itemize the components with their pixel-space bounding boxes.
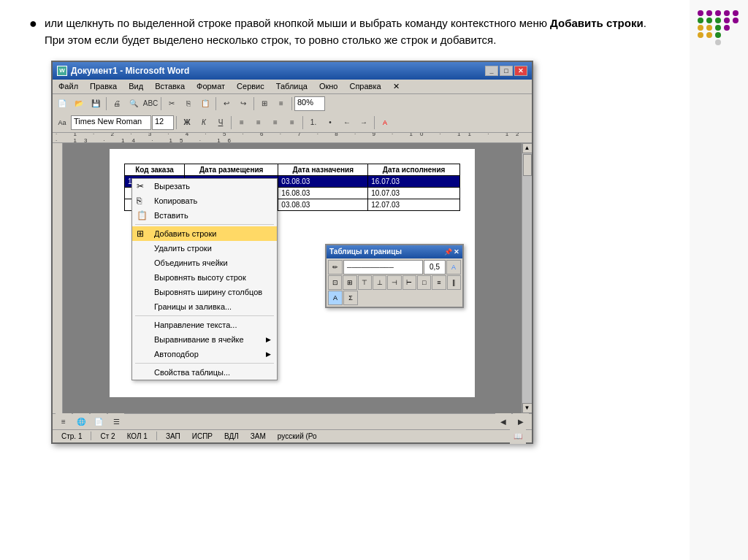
numbering-button[interactable]: 1. <box>305 115 321 131</box>
outside-border-btn[interactable]: ⊡ <box>328 275 342 290</box>
sum-btn[interactable]: Σ <box>343 291 358 305</box>
font-size-box[interactable]: 12 <box>152 115 174 130</box>
minimize-button[interactable]: _ <box>485 66 498 76</box>
ctx-autofit[interactable]: Автоподбор ▶ <box>132 347 277 361</box>
table-button[interactable]: ⊞ <box>256 96 272 112</box>
redo-button[interactable]: ↪ <box>235 96 251 112</box>
ctx-cell-alignment[interactable]: Выравнивание в ячейке ▶ <box>132 332 277 347</box>
menu-file[interactable]: Файл <box>56 81 81 91</box>
status-spell-btn[interactable]: 📖 <box>510 428 526 444</box>
view-print-btn[interactable]: 📄 <box>91 413 107 429</box>
view-web-btn[interactable]: 🌐 <box>73 413 89 429</box>
left-border-btn[interactable]: ⊣ <box>387 275 401 290</box>
view-normal-btn[interactable]: ≡ <box>56 413 72 429</box>
copy-button[interactable]: ⎘ <box>180 96 196 112</box>
ctx-equalize-width-label: Выровнять ширину столбцов <box>154 288 262 296</box>
menu-view[interactable]: Вид <box>126 81 146 91</box>
shading-btn[interactable]: A <box>328 291 343 305</box>
ctx-equalize-height[interactable]: Выровнять высоту строк <box>132 270 277 285</box>
col-header-3: Дата назначения <box>278 164 368 175</box>
ctx-text-direction[interactable]: Направление текста... <box>132 318 277 332</box>
h-scroll-right[interactable]: ▶ <box>513 413 529 429</box>
left-ruler <box>53 143 63 413</box>
open-button[interactable]: 📂 <box>71 96 87 112</box>
ctx-table-props[interactable]: Свойства таблицы... <box>132 365 277 380</box>
ctx-add-rows[interactable]: ⊞ Добавить строки <box>132 226 277 241</box>
ctx-delete-rows-label: Удалить строки <box>154 244 212 253</box>
ctx-add-rows-label: Добавить строки <box>154 229 216 238</box>
bold-button[interactable]: Ж <box>179 115 195 131</box>
menu-window[interactable]: Окно <box>316 81 341 91</box>
float-toolbar-pin[interactable]: 📌 <box>444 248 452 256</box>
indent-inc-button[interactable]: → <box>356 115 372 131</box>
zoom-box[interactable]: 80% <box>294 96 325 111</box>
align-justify-button[interactable]: ≡ <box>284 115 300 131</box>
align-center-button[interactable]: ≡ <box>251 115 267 131</box>
scroll-thumb[interactable] <box>523 154 532 176</box>
view-outline-btn[interactable]: ☰ <box>108 413 124 429</box>
align-left-button[interactable]: ≡ <box>234 115 250 131</box>
scroll-down-button[interactable]: ▼ <box>522 403 533 413</box>
menu-edit[interactable]: Правка <box>87 81 120 91</box>
ctx-equalize-height-label: Выровнять высоту строк <box>154 273 246 282</box>
dot-4 <box>724 10 730 16</box>
bullet-section: ● или щелкнуть по выделенной строке прав… <box>29 15 668 49</box>
menu-help[interactable]: Справка <box>346 81 383 91</box>
spell-button[interactable]: ABC <box>142 96 159 112</box>
ctx-copy[interactable]: ⎘ Копировать <box>132 193 277 208</box>
style-btn[interactable]: Аа <box>54 115 70 131</box>
paste-icon: 📋 <box>137 210 148 220</box>
border-color-btn[interactable]: A <box>446 260 461 275</box>
bullets-button[interactable]: • <box>322 115 338 131</box>
indent-dec-button[interactable]: ← <box>339 115 355 131</box>
menu-close-doc[interactable]: ✕ <box>390 81 402 92</box>
ctx-borders[interactable]: Границы и заливка... <box>132 299 277 314</box>
arrow-icon-2: ▶ <box>266 350 271 358</box>
new-button[interactable]: 📄 <box>54 96 70 112</box>
ctx-paste[interactable]: 📋 Вставить <box>132 208 277 223</box>
h-scroll-left[interactable]: ◀ <box>495 413 511 429</box>
right-border-btn[interactable]: ⊢ <box>402 275 416 290</box>
bottom-border-btn[interactable]: ⊥ <box>373 275 386 290</box>
menu-tools[interactable]: Сервис <box>234 81 267 91</box>
dot-17 <box>706 32 712 38</box>
line-style-box[interactable]: ────────── <box>343 260 423 275</box>
ctx-cut[interactable]: ✂ Вырезать <box>132 179 277 193</box>
close-button[interactable]: ✕ <box>514 66 527 76</box>
menu-table[interactable]: Таблица <box>273 81 310 91</box>
status-sep-1 <box>91 431 91 440</box>
inside-h-btn[interactable]: ≡ <box>432 275 446 290</box>
menu-format[interactable]: Формат <box>194 81 228 91</box>
highlight-button[interactable]: A <box>377 115 393 131</box>
cell-2-4: 10.07.03 <box>368 187 460 199</box>
inside-border-btn[interactable]: ⊞ <box>343 275 356 290</box>
scroll-up-button[interactable]: ▲ <box>522 143 533 153</box>
ctx-merge-cells[interactable]: Объединить ячейки <box>132 256 277 270</box>
float-toolbar-close[interactable]: ✕ <box>454 248 459 256</box>
paste-button[interactable]: 📋 <box>197 96 213 112</box>
italic-button[interactable]: К <box>196 115 212 131</box>
maximize-button[interactable]: □ <box>500 66 513 76</box>
status-bar: Стр. 1 Ст 2 КОЛ 1 ЗАП ИСПР ВДЛ ЗАМ русск… <box>53 429 532 442</box>
cut-button[interactable]: ✂ <box>164 96 180 112</box>
draw-table-btn[interactable]: ✏ <box>328 260 343 275</box>
tb-sep-7 <box>231 116 232 129</box>
columns-button[interactable]: ≡ <box>273 96 289 112</box>
top-border-btn[interactable]: ⊤ <box>358 275 372 290</box>
align-right-button[interactable]: ≡ <box>267 115 283 131</box>
menu-insert[interactable]: Вставка <box>152 81 188 91</box>
underline-button[interactable]: Ч <box>213 115 229 131</box>
ctx-equalize-width[interactable]: Выровнять ширину столбцов <box>132 285 277 299</box>
inside-v-btn[interactable]: ‖ <box>447 275 461 290</box>
line-size-box[interactable]: 0,5 <box>424 260 446 275</box>
preview-button[interactable]: 🔍 <box>126 96 142 112</box>
font-name-box[interactable]: Times New Roman <box>71 115 151 130</box>
save-button[interactable]: 💾 <box>88 96 104 112</box>
undo-button[interactable]: ↩ <box>218 96 234 112</box>
float-toolbar-controls: 📌 ✕ <box>444 248 459 256</box>
cell-2-3: 16.08.03 <box>278 187 368 199</box>
ctx-delete-rows[interactable]: Удалить строки <box>132 241 277 256</box>
ctx-paste-label: Вставить <box>154 211 188 220</box>
no-border-btn[interactable]: □ <box>417 275 431 290</box>
print-button[interactable]: 🖨 <box>109 96 125 112</box>
